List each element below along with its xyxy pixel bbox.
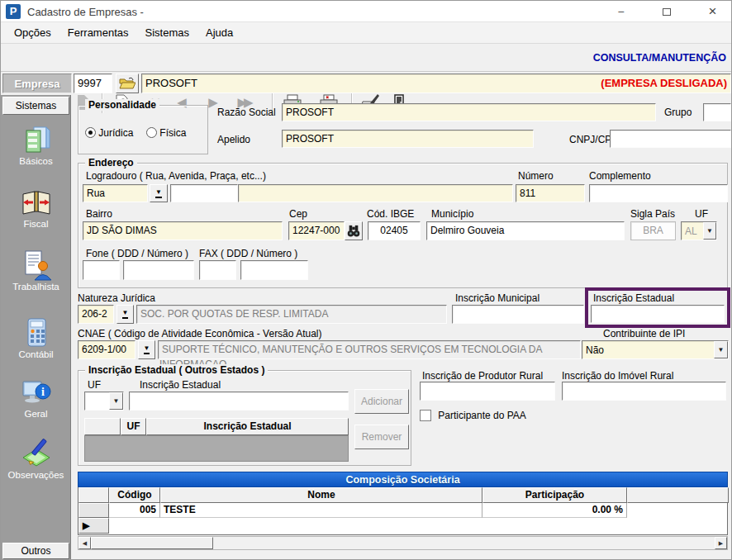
minimize-button[interactable]: − [602, 1, 639, 22]
fax-numero-field[interactable] [240, 260, 308, 280]
ibge-value: 02405 [380, 225, 407, 236]
grid-header-nome[interactable]: Nome [160, 487, 482, 503]
close-icon: × [709, 3, 717, 20]
sidebar-outros-button[interactable]: Outros [2, 543, 69, 559]
lookup-arrow-icon: ▼ [155, 189, 162, 198]
composicao-hscrollbar[interactable]: ◀ ▶ [78, 536, 728, 550]
menu-opcoes[interactable]: Opções [7, 23, 58, 42]
uf-combo-arrow-button[interactable]: ▼ [703, 222, 716, 240]
uf-combo[interactable]: AL ▼ [681, 221, 717, 240]
sidebar-item-basicos[interactable]: Básicos [1, 123, 71, 166]
empresa-open-button[interactable] [116, 74, 139, 93]
cell-participacao[interactable]: 0.00 % [482, 503, 627, 518]
outros-uf-combo[interactable]: ▼ [84, 392, 124, 411]
numero-label: Número [518, 170, 554, 182]
sidebar-sistemas-button[interactable]: Sistemas [2, 97, 69, 115]
imovel-rural-label: Inscrição do Imóvel Rural [562, 370, 673, 382]
cnae-descricao-value: SUPORTE TÉCNICO, MANUTENÇÃO E OUTROS SER… [162, 344, 543, 355]
cell-codigo[interactable]: 005 [109, 503, 160, 518]
numero-field[interactable]: 811 [516, 184, 585, 202]
mode-label: CONSULTA/MANUTENÇÃO [593, 52, 726, 64]
menu-ajuda[interactable]: Ajuda [199, 23, 240, 42]
nome-value: TESTE [164, 504, 196, 515]
scroll-left-button[interactable]: ◀ [78, 537, 91, 549]
razao-social-field[interactable]: PROSOFT [282, 103, 656, 121]
outros-ie-field[interactable] [129, 392, 349, 411]
complemento-field[interactable] [589, 184, 728, 202]
remover-button[interactable]: Remover [354, 425, 409, 449]
svg-text:i: i [41, 386, 45, 398]
cep-search-button[interactable] [345, 221, 363, 240]
outros-estados-title: Inscrição Estadual ( Outros Estados ) [85, 364, 268, 376]
natureza-lookup-button[interactable]: ▼ [116, 305, 134, 324]
outros-uf-combo-arrow-button[interactable]: ▼ [109, 392, 123, 410]
fone-ddd-field[interactable] [83, 260, 120, 280]
maximize-button[interactable] [648, 1, 685, 22]
cnae-code-field[interactable]: 6209-1/00 [78, 340, 135, 359]
bairro-field[interactable]: JD SÃO DIMAS [83, 221, 283, 240]
radio-juridica-label: Jurídica [98, 127, 133, 139]
sidebar-item-observacoes[interactable]: Observações [1, 437, 71, 480]
logradouro-field-left[interactable] [170, 184, 238, 202]
row-pointer-cell[interactable]: ▶ [78, 518, 109, 534]
sidebar-item-contabil[interactable]: Contábil [1, 316, 71, 359]
bairro-value: JD SÃO DIMAS [87, 225, 157, 236]
ipi-combo-arrow-button[interactable]: ▼ [714, 341, 728, 358]
fone-numero-field[interactable] [123, 260, 194, 280]
sidebar-item-geral[interactable]: i Geral [1, 376, 71, 419]
radio-juridica-icon [85, 127, 96, 138]
empresa-code-field[interactable]: 9997 [74, 74, 112, 93]
fax-ddd-field[interactable] [199, 260, 236, 280]
endereco-title: Endereço [85, 157, 137, 168]
outros-grid-body[interactable] [84, 435, 349, 462]
scroll-thumb[interactable] [91, 537, 213, 549]
close-button[interactable]: × [693, 1, 732, 22]
tipo-logradouro-lookup-button[interactable]: ▼ [150, 184, 168, 202]
inscricao-estadual-field[interactable] [591, 305, 725, 323]
row-selector-cell[interactable] [78, 503, 109, 518]
outros-grid-header-ie[interactable]: Inscrição Estadual [146, 418, 349, 435]
outros-grid-header-uf-label: UF [127, 420, 140, 432]
ibge-field[interactable]: 02405 [368, 221, 421, 240]
trabalhista-icon [20, 249, 53, 282]
logradouro-field[interactable] [238, 184, 513, 202]
inscricao-estadual-label: Inscrição Estadual [593, 292, 674, 304]
empresa-name-value: PROSOFT [145, 74, 197, 93]
grid-header-participacao-label: Participação [525, 489, 584, 501]
adicionar-button[interactable]: Adicionar [354, 389, 409, 414]
grid-header-participacao[interactable]: Participação [482, 487, 627, 503]
cell-nome[interactable]: TESTE [160, 503, 482, 518]
produtor-rural-field[interactable] [420, 382, 555, 401]
scroll-right-button[interactable]: ▶ [715, 537, 727, 549]
radio-fisica[interactable]: Física [146, 127, 186, 139]
lookup-arrow-icon: ▼ [122, 310, 129, 319]
grupo-field[interactable] [703, 103, 731, 121]
sigla-pais-label: Sigla País [630, 208, 675, 220]
imovel-rural-field[interactable] [562, 382, 726, 401]
municipio-field[interactable]: Delmiro Gouveia [426, 221, 625, 240]
menu-sistemas[interactable]: Sistemas [139, 23, 196, 42]
cep-field[interactable]: 12247-000 [288, 221, 345, 240]
outros-grid-header-uf[interactable]: UF [121, 418, 146, 435]
grid-header-codigo[interactable]: Código [109, 487, 160, 503]
inscricao-municipal-field[interactable] [452, 305, 584, 324]
natureza-code-field[interactable]: 206-2 [78, 305, 114, 324]
paa-checkbox[interactable]: Participante do PAA [420, 410, 526, 421]
complemento-label: Complemento [589, 170, 651, 182]
tipo-logradouro-combo[interactable]: Rua [83, 184, 148, 202]
contribuinte-ipi-combo[interactable]: Não ▼ [582, 340, 729, 359]
inscricao-municipal-label: Inscrição Municipal [455, 292, 539, 304]
composicao-grid: Código Nome Participação 005 TESTE 0.00 … [78, 487, 728, 535]
cnpj-cpf-field[interactable] [610, 130, 731, 148]
cnae-lookup-button[interactable]: ▼ [138, 340, 155, 359]
basicos-icon [20, 123, 53, 156]
empresa-name-field[interactable]: PROSOFT (EMPRESA DESLIGADA) [141, 74, 731, 93]
radio-juridica[interactable]: Jurídica [85, 127, 133, 139]
apelido-field[interactable]: PROSOFT [282, 130, 534, 148]
menu-ferramentas[interactable]: Ferramentas [61, 23, 135, 42]
sidebar-item-fiscal[interactable]: Fiscal [1, 186, 71, 229]
sidebar-item-trabalhista[interactable]: Trabalhista [1, 249, 71, 292]
minimize-icon: − [617, 5, 624, 18]
sidebar-label-trabalhista: Trabalhista [1, 282, 71, 292]
natureza-descricao-value: SOC. POR QUOTAS DE RESP. LIMITADA [140, 308, 328, 320]
